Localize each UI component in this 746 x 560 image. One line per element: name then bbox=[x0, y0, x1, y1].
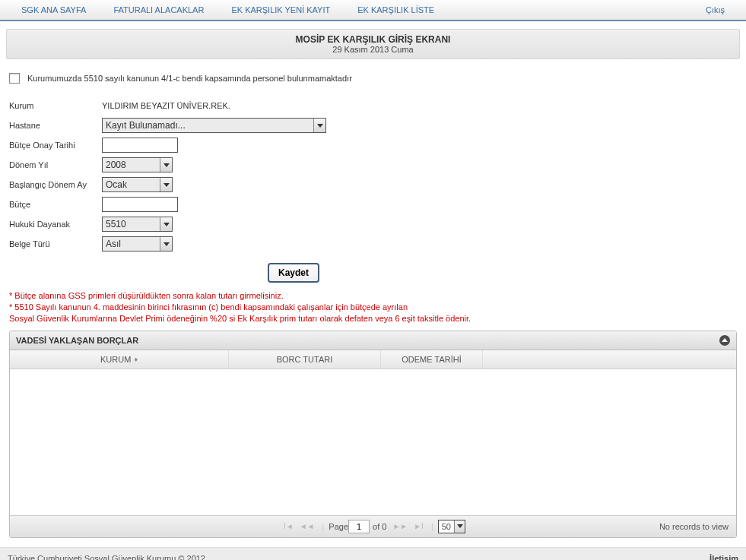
nav-ek-karsilik-yeni-kayit[interactable]: EK KARŞILIK YENİ KAYIT bbox=[217, 5, 344, 14]
baslangic-label: Başlangıç Dönem Ay bbox=[9, 180, 102, 189]
hukuki-value: 5510 bbox=[106, 219, 126, 229]
nav-faturali-alacaklar[interactable]: FATURALI ALACAKLAR bbox=[100, 5, 217, 14]
kurum-value: YILDIRIM BEYAZIT ÜNİVER.REK. bbox=[102, 101, 230, 110]
nav-sgk-ana-sayfa[interactable]: SGK ANA SAYFA bbox=[8, 5, 100, 14]
pager-status: No records to view bbox=[659, 522, 729, 531]
pager-last-icon[interactable]: ►I bbox=[411, 522, 427, 530]
kurum-label: Kurum bbox=[9, 101, 102, 110]
page-footer: Türkiye Cumhuriyeti Sosyal Güvenlik Kuru… bbox=[0, 547, 746, 560]
pager-pagesize-dropdown-icon[interactable] bbox=[454, 520, 465, 533]
col-kurum-label: KURUM bbox=[100, 355, 131, 364]
no-personnel-row: Kurumumuzda 5510 sayılı kanunun 4/1-c be… bbox=[9, 73, 737, 84]
chevron-down-icon bbox=[457, 524, 463, 528]
footer-contact-link[interactable]: İletişim bbox=[709, 554, 738, 560]
page-date: 29 Kasım 2013 Cuma bbox=[7, 45, 739, 54]
hukuki-label: Hukuki Dayanak bbox=[9, 220, 102, 229]
chevron-down-icon bbox=[163, 223, 170, 226]
chevron-down-icon bbox=[163, 183, 170, 187]
chevron-down-icon bbox=[163, 242, 170, 246]
page-title: MOSİP EK KARŞILIK GİRİŞ EKRANI bbox=[7, 34, 739, 45]
nav-logout[interactable]: Çıkış bbox=[692, 5, 738, 14]
hastane-select[interactable]: Kayıt Bulunamadı... bbox=[102, 118, 326, 133]
chevron-up-icon bbox=[722, 338, 728, 342]
belge-select[interactable]: Asıl bbox=[102, 236, 173, 252]
chevron-down-icon bbox=[163, 163, 170, 167]
top-nav: SGK ANA SAYFA FATURALI ALACAKLAR EK KARŞ… bbox=[0, 0, 746, 21]
col-odeme[interactable]: ODEME TARİHİ bbox=[381, 350, 483, 369]
chevron-down-icon bbox=[317, 124, 323, 128]
belge-value: Asıl bbox=[106, 239, 121, 249]
butce-onay-label: Bütçe Onay Tarihi bbox=[9, 141, 102, 150]
hastane-value: Kayıt Bulunamadı... bbox=[106, 120, 186, 131]
grid-title: VADESİ YAKLAŞAN BORÇLAR bbox=[16, 336, 138, 345]
debts-grid: VADESİ YAKLAŞAN BORÇLAR KURUM ♦ BORC TUT… bbox=[9, 331, 737, 538]
hastane-dropdown-icon[interactable] bbox=[313, 119, 325, 132]
note-line-3: Sosyal Güvenlik Kurumlarına Devlet Primi… bbox=[9, 313, 737, 324]
pager-prev-icon[interactable]: ◄◄ bbox=[297, 522, 318, 530]
grid-header-row: KURUM ♦ BORC TUTARI ODEME TARİHİ bbox=[10, 350, 736, 369]
belge-label: Belge Türü bbox=[9, 239, 102, 248]
pager-page-input[interactable] bbox=[348, 520, 370, 533]
donem-yil-label: Dönem Yıl bbox=[9, 160, 102, 169]
grid-title-bar: VADESİ YAKLAŞAN BORÇLAR bbox=[10, 331, 736, 350]
donem-yil-select[interactable]: 2008 bbox=[102, 157, 173, 172]
hukuki-dropdown-icon[interactable] bbox=[160, 217, 172, 231]
hukuki-select[interactable]: 5510 bbox=[102, 217, 173, 232]
save-button[interactable]: Kaydet bbox=[268, 263, 319, 283]
note-line-2: * 5510 Sayılı kanunun 4. maddesinin biri… bbox=[9, 302, 737, 313]
col-blank bbox=[483, 350, 736, 369]
note-line-1: * Bütçe alanına GSS primleri düşürüldükt… bbox=[9, 290, 737, 302]
baslangic-select[interactable]: Ocak bbox=[102, 177, 173, 192]
pager-first-icon[interactable]: I◄ bbox=[281, 522, 297, 530]
butce-input[interactable] bbox=[102, 197, 178, 212]
no-personnel-checkbox[interactable] bbox=[9, 73, 20, 84]
grid-body bbox=[10, 369, 736, 515]
grid-collapse-button[interactable] bbox=[719, 335, 730, 346]
sort-icon: ♦ bbox=[134, 356, 138, 363]
footer-copyright: Türkiye Cumhuriyeti Sosyal Güvenlik Kuru… bbox=[8, 554, 205, 560]
notes-block: * Bütçe alanına GSS primleri düşürüldükt… bbox=[9, 290, 737, 324]
col-borc[interactable]: BORC TUTARI bbox=[229, 350, 381, 369]
donem-yil-value: 2008 bbox=[106, 160, 126, 170]
butce-onay-input[interactable] bbox=[102, 138, 178, 153]
nav-ek-karsilik-liste[interactable]: EK KARŞILIK LİSTE bbox=[344, 5, 448, 14]
pager-next-icon[interactable]: ►► bbox=[389, 522, 411, 530]
baslangic-dropdown-icon[interactable] bbox=[160, 178, 172, 191]
page-header: MOSİP EK KARŞILIK GİRİŞ EKRANI 29 Kasım … bbox=[6, 29, 740, 59]
baslangic-value: Ocak bbox=[106, 179, 127, 190]
belge-dropdown-icon[interactable] bbox=[160, 237, 172, 251]
hastane-label: Hastane bbox=[9, 121, 102, 130]
col-kurum[interactable]: KURUM ♦ bbox=[10, 350, 229, 369]
butce-label: Bütçe bbox=[9, 200, 102, 209]
pager-of-label: of 0 bbox=[373, 522, 386, 531]
pager-page-label: Page bbox=[329, 522, 348, 531]
no-personnel-label: Kurumumuzda 5510 sayılı kanunun 4/1-c be… bbox=[27, 74, 352, 83]
pager-pagesize-select[interactable]: 50 bbox=[438, 520, 465, 533]
donem-yil-dropdown-icon[interactable] bbox=[160, 158, 172, 172]
pager-pagesize-value: 50 bbox=[439, 522, 454, 531]
grid-pager: I◄ ◄◄ | Page of 0 ►► ►I | 50 No records … bbox=[10, 515, 736, 537]
